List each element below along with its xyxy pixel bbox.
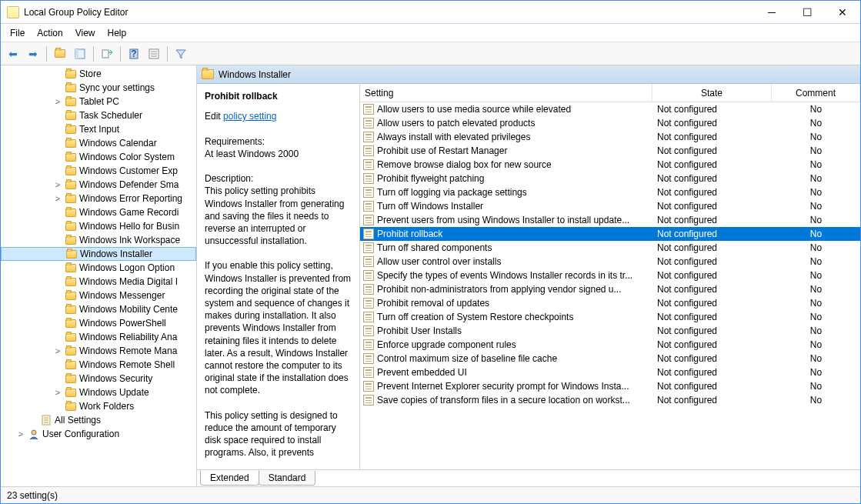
tree-item-label: Store — [79, 68, 102, 79]
setting-row[interactable]: Turn off shared componentsNot configured… — [360, 241, 860, 255]
setting-comment: No — [772, 270, 860, 281]
setting-icon — [363, 159, 374, 170]
minimize-button[interactable]: ─ — [754, 1, 789, 23]
setting-row[interactable]: Enforce upgrade component rulesNot confi… — [360, 338, 860, 352]
tree-item[interactable]: >User Configuration — [1, 427, 196, 441]
tree-item[interactable]: >Tablet PC — [1, 95, 196, 108]
tree-item[interactable]: Windows Installer — [1, 247, 196, 261]
setting-row[interactable]: Turn off creation of System Restore chec… — [360, 310, 860, 324]
expand-icon[interactable]: > — [16, 429, 25, 439]
setting-icon — [363, 215, 374, 225]
setting-comment: No — [772, 395, 860, 406]
tree-item[interactable]: Work Folders — [1, 399, 196, 413]
setting-icon — [363, 242, 374, 253]
tree-item[interactable]: Windows Hello for Busin — [1, 219, 196, 233]
tree-pane[interactable]: StoreSync your settings>Tablet PCTask Sc… — [1, 65, 197, 486]
tree-item[interactable]: All Settings — [1, 413, 196, 427]
menu-view[interactable]: View — [69, 26, 102, 40]
tree-item[interactable]: Windows Messenger — [1, 289, 196, 302]
setting-row[interactable]: Prevent embedded UINot configuredNo — [360, 365, 860, 379]
help-button[interactable]: ? — [125, 45, 143, 63]
setting-state: Not configured — [652, 229, 772, 239]
tree-item[interactable]: Windows Customer Exp — [1, 164, 196, 178]
titlebar[interactable]: Local Group Policy Editor ─ ☐ ✕ — [1, 1, 860, 24]
column-state[interactable]: State — [652, 84, 772, 102]
policy-setting-link[interactable]: policy setting — [223, 111, 276, 122]
setting-row[interactable]: Remove browse dialog box for new sourceN… — [360, 158, 860, 172]
maximize-button[interactable]: ☐ — [789, 1, 825, 23]
setting-name: Control maximum size of baseline file ca… — [377, 353, 557, 364]
show-hide-tree-button[interactable] — [71, 45, 89, 63]
forward-button[interactable]: ➡ — [24, 45, 42, 63]
tree-item[interactable]: >Windows Remote Mana — [1, 344, 196, 358]
setting-name: Enforce upgrade component rules — [377, 339, 516, 350]
setting-row[interactable]: Prohibit flyweight patchingNot configure… — [360, 172, 860, 185]
setting-comment: No — [772, 104, 860, 115]
menu-file[interactable]: File — [4, 26, 31, 40]
tree-item[interactable]: Windows Logon Option — [1, 261, 196, 275]
tree-item[interactable]: Windows Media Digital I — [1, 275, 196, 289]
tree-item[interactable]: Windows PowerShell — [1, 316, 196, 330]
properties-button[interactable] — [145, 45, 163, 63]
setting-icon — [363, 118, 374, 129]
setting-name: Prohibit non-administrators from applyin… — [377, 284, 622, 295]
tree-item[interactable]: Windows Game Recordi — [1, 205, 196, 219]
settings-list[interactable]: Setting State Comment Allow users to use… — [360, 84, 860, 469]
tree-item[interactable]: >Windows Defender Sma — [1, 178, 196, 192]
tree-item[interactable]: Task Scheduler — [1, 108, 196, 122]
tree-item[interactable]: Windows Calendar — [1, 136, 196, 150]
tree-item[interactable]: Windows Ink Workspace — [1, 233, 196, 247]
tree-item[interactable]: >Windows Update — [1, 386, 196, 399]
expand-icon[interactable]: > — [53, 388, 62, 397]
export-button[interactable] — [98, 45, 116, 63]
back-button[interactable]: ⬅ — [4, 45, 22, 63]
setting-row[interactable]: Prevent Internet Explorer security promp… — [360, 379, 860, 393]
setting-icon — [363, 270, 374, 281]
setting-row[interactable]: Save copies of transform files in a secu… — [360, 393, 860, 407]
setting-row[interactable]: Always install with elevated privilegesN… — [360, 130, 860, 144]
setting-row[interactable]: Control maximum size of baseline file ca… — [360, 352, 860, 365]
setting-row[interactable]: Prevent users from using Windows Install… — [360, 213, 860, 227]
expand-icon[interactable]: > — [53, 346, 62, 355]
up-folder-button[interactable] — [51, 45, 69, 63]
setting-row[interactable]: Allow users to patch elevated productsNo… — [360, 116, 860, 130]
tree-item[interactable]: Windows Reliability Ana — [1, 330, 196, 344]
menu-action[interactable]: Action — [31, 26, 68, 40]
setting-row[interactable]: Specify the types of events Windows Inst… — [360, 269, 860, 282]
setting-row[interactable]: Turn off logging via package settingsNot… — [360, 185, 860, 199]
setting-name: Save copies of transform files in a secu… — [377, 395, 630, 406]
tree-item[interactable]: Windows Security — [1, 372, 196, 386]
setting-row[interactable]: Prohibit use of Restart ManagerNot confi… — [360, 144, 860, 158]
setting-row[interactable]: Allow user control over installsNot conf… — [360, 255, 860, 269]
tree-item[interactable]: Sync your settings — [1, 81, 196, 95]
tree-item[interactable]: Windows Mobility Cente — [1, 302, 196, 316]
setting-row[interactable]: Allow users to use media source while el… — [360, 102, 860, 116]
column-comment[interactable]: Comment — [772, 84, 860, 102]
setting-row[interactable]: Prohibit rollbackNot configuredNo — [360, 227, 860, 241]
tree-item[interactable]: Text Input — [1, 122, 196, 136]
tree-item[interactable]: Store — [1, 67, 196, 81]
tab-extended[interactable]: Extended — [200, 470, 259, 486]
tree-item[interactable]: Windows Color System — [1, 150, 196, 164]
tree-item-label: Windows Calendar — [79, 138, 157, 149]
setting-row[interactable]: Prohibit non-administrators from applyin… — [360, 282, 860, 296]
close-button[interactable]: ✕ — [825, 1, 860, 23]
menu-help[interactable]: Help — [102, 26, 133, 40]
setting-row[interactable]: Prohibit User InstallsNot configuredNo — [360, 324, 860, 338]
tree-item-label: Windows Mobility Cente — [79, 304, 178, 315]
setting-row[interactable]: Prohibit removal of updatesNot configure… — [360, 296, 860, 310]
tree-item[interactable]: Windows Remote Shell — [1, 358, 196, 372]
tab-standard[interactable]: Standard — [259, 471, 316, 486]
expand-icon[interactable]: > — [53, 97, 62, 106]
setting-comment: No — [772, 215, 860, 225]
setting-state: Not configured — [652, 312, 772, 322]
setting-icon — [363, 395, 374, 406]
expand-icon[interactable]: > — [53, 194, 62, 203]
tree-item[interactable]: >Windows Error Reporting — [1, 192, 196, 205]
setting-name: Always install with elevated privileges — [377, 132, 530, 142]
filter-button[interactable] — [172, 45, 190, 63]
setting-icon — [363, 256, 374, 267]
expand-icon[interactable]: > — [53, 180, 62, 189]
column-setting[interactable]: Setting — [360, 84, 652, 102]
setting-row[interactable]: Turn off Windows InstallerNot configured… — [360, 199, 860, 213]
